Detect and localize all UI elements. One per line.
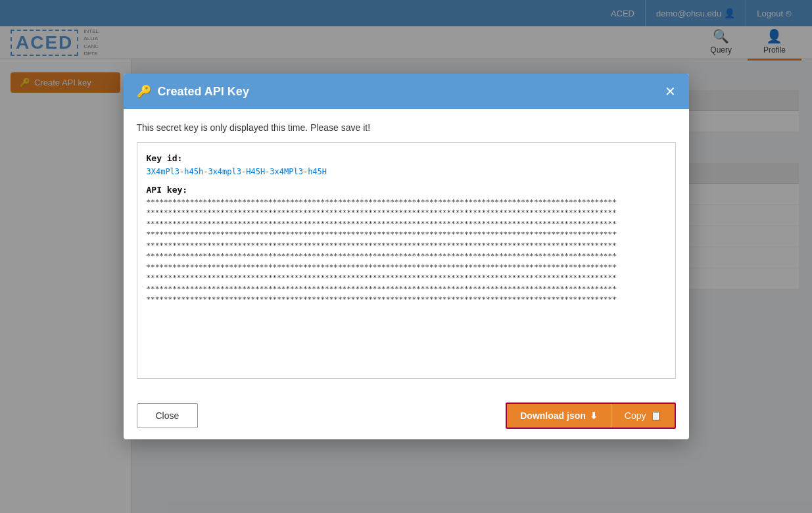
modal-body: This secret key is only displayed this t… <box>124 109 689 392</box>
modal-title-area: 🔑 Created API Key <box>137 84 249 99</box>
copy-label: Copy <box>625 410 646 421</box>
download-icon: ⬇ <box>590 410 598 421</box>
modal-close-button[interactable]: ✕ <box>665 85 676 98</box>
modal-title: Created API Key <box>158 85 249 99</box>
key-id-label: Key id: <box>147 153 183 163</box>
modal-description: This secret key is only displayed this t… <box>137 122 676 133</box>
copy-button[interactable]: Copy 📋 <box>611 404 675 428</box>
key-display-box: Key id: 3X4mPl3-h45h-3x4mpl3-H45H-3x4MPl… <box>137 142 676 379</box>
download-label: Download json <box>520 410 586 421</box>
download-json-button[interactable]: Download json ⬇ <box>507 404 611 428</box>
api-key-asterisks: ****************************************… <box>147 197 666 306</box>
action-button-group: Download json ⬇ Copy 📋 <box>506 403 675 429</box>
modal-overlay: 🔑 Created API Key ✕ This secret key is o… <box>0 0 812 513</box>
api-key-label: API key: <box>147 185 188 195</box>
modal: 🔑 Created API Key ✕ This secret key is o… <box>124 74 689 439</box>
modal-footer: Close Download json ⬇ Copy 📋 <box>124 392 689 439</box>
close-button[interactable]: Close <box>137 403 199 428</box>
modal-key-icon: 🔑 <box>137 84 151 99</box>
modal-header: 🔑 Created API Key ✕ <box>124 74 689 109</box>
key-id-value: 3X4mPl3-h45h-3x4mpl3-H45H-3x4MPl3-h45H <box>147 167 327 176</box>
copy-icon: 📋 <box>650 410 661 421</box>
